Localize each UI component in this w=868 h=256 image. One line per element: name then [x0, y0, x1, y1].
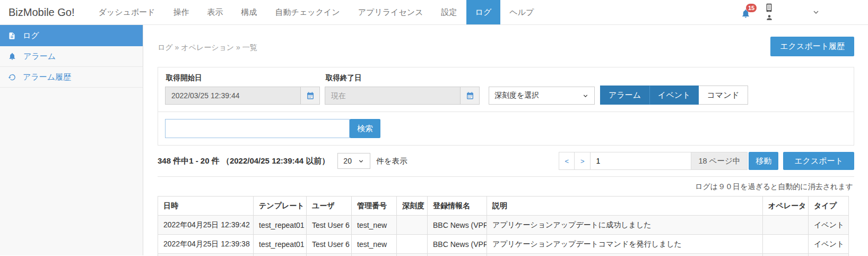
- type-button-alarm[interactable]: アラーム: [600, 86, 649, 105]
- table-cell: 2022年04月25日 12:39:38: [158, 235, 254, 254]
- column-header: 説明: [487, 197, 763, 216]
- table-cell: [763, 254, 809, 256]
- history-icon: [8, 73, 16, 81]
- end-date-label: 取得終了日: [326, 73, 479, 83]
- table-cell: 2022年04月25日 12:39:42: [158, 216, 254, 235]
- notification-badge: 15: [746, 4, 757, 12]
- sidebar-item-log[interactable]: ログ: [0, 25, 143, 46]
- table-row[interactable]: 2022年04月25日 12:39:38test_repeat01Test Us…: [158, 235, 849, 254]
- end-date-input[interactable]: [325, 87, 460, 104]
- log-type-button-group: アラームイベントコマンド: [600, 86, 748, 105]
- sidebar-item-alarm-history[interactable]: アラーム履歴: [0, 67, 143, 88]
- table-cell: イベント: [809, 216, 849, 235]
- go-button[interactable]: 移動: [749, 152, 778, 170]
- table-cell: BBC News (VPP): [428, 216, 487, 235]
- table-cell: [397, 254, 428, 256]
- app-logo[interactable]: BizMobile Go!: [0, 0, 90, 24]
- retention-note: ログは９０日を過ぎると自動的に消去されます: [158, 182, 853, 192]
- column-header: 管理番号: [352, 197, 397, 216]
- table-cell: [763, 216, 809, 235]
- export-button[interactable]: エクスポート: [783, 152, 854, 170]
- page-size-select[interactable]: 20: [337, 153, 370, 169]
- table-cell: Test User 6: [307, 235, 352, 254]
- results-toolbar: 348 件中1 - 20 件 （2022/04/25 12:39:44 以前） …: [158, 146, 854, 177]
- search-input[interactable]: [165, 119, 350, 138]
- sidebar-item-label: アラーム履歴: [23, 72, 71, 82]
- navbar-right: 15: [741, 0, 868, 24]
- calendar-icon[interactable]: [460, 87, 479, 104]
- start-date-label: 取得開始日: [166, 73, 319, 83]
- nav-item-dashboard[interactable]: ダッシュボード: [90, 0, 164, 24]
- notifications-button[interactable]: 15: [741, 8, 751, 19]
- log-file-icon: [8, 32, 16, 40]
- type-button-command[interactable]: コマンド: [699, 86, 748, 105]
- table-cell: BBC News (VPP): [428, 235, 487, 254]
- table-cell: [254, 254, 307, 256]
- chevron-down-icon: [582, 92, 589, 99]
- table-row[interactable]: [158, 254, 849, 256]
- device-user-button[interactable]: [765, 3, 774, 21]
- table-cell: [397, 235, 428, 254]
- chevron-down-icon[interactable]: [812, 8, 820, 16]
- bell-icon: [8, 52, 16, 61]
- type-button-event[interactable]: イベント: [649, 86, 699, 105]
- calendar-icon[interactable]: [300, 87, 319, 104]
- nav-item-log[interactable]: ログ: [466, 0, 501, 24]
- sidebar-item-label: アラーム: [23, 52, 56, 62]
- sidebar-item-label: ログ: [23, 31, 39, 41]
- main-nav: ダッシュボード操作表示構成自動チェックインアプリライセンス設定ログヘルプ: [90, 0, 543, 24]
- nav-item-settings[interactable]: 設定: [432, 0, 466, 24]
- chevron-down-icon: [358, 158, 364, 165]
- export-history-button[interactable]: エクスポート履歴: [770, 37, 854, 56]
- table-cell: [158, 254, 254, 256]
- nav-item-app-license[interactable]: アプリライセンス: [349, 0, 432, 24]
- page-size-suffix: 件を表示: [376, 156, 407, 166]
- table-cell: test_repeat01: [254, 216, 307, 235]
- next-page-button[interactable]: >: [575, 152, 591, 170]
- table-cell: [397, 216, 428, 235]
- table-row[interactable]: 2022年04月25日 12:39:42test_repeat01Test Us…: [158, 216, 849, 235]
- column-header: 日時: [158, 197, 254, 216]
- table-cell: イベント: [809, 235, 849, 254]
- severity-select[interactable]: 深刻度を選択: [489, 87, 595, 105]
- log-table: 日時テンプレートユーザ管理番号深刻度登録情報名説明オペレータタイプ2022年04…: [158, 196, 849, 256]
- nav-item-configuration[interactable]: 構成: [232, 0, 266, 24]
- page-total-label: 18 ページ中: [691, 152, 748, 170]
- pagination: < > 18 ページ中 移動 エクスポート: [559, 152, 854, 170]
- breadcrumb[interactable]: ログ » オペレーション » 一覧: [158, 43, 257, 53]
- column-header: オペレータ: [763, 197, 809, 216]
- table-cell: アプリケーションアップデートに成功しました: [487, 216, 763, 235]
- filter-panel: 取得開始日 取得終了日: [158, 67, 854, 146]
- table-cell: [763, 235, 809, 254]
- table-cell: [352, 254, 397, 256]
- sidebar-item-alarm[interactable]: アラーム: [0, 46, 143, 67]
- table-cell: アプリケーションアップデートコマンドを発行しました: [487, 235, 763, 254]
- main-content: ログ » オペレーション » 一覧 エクスポート履歴 取得開始日 取得終了日: [143, 25, 868, 255]
- table-cell: [428, 254, 487, 256]
- top-navbar: BizMobile Go! ダッシュボード操作表示構成自動チェックインアプリライ…: [0, 0, 868, 25]
- nav-item-auto-checkin[interactable]: 自動チェックイン: [266, 0, 349, 24]
- column-header: 深刻度: [397, 197, 428, 216]
- nav-item-operations[interactable]: 操作: [164, 0, 198, 24]
- table-cell: test_new: [352, 235, 397, 254]
- nav-item-help[interactable]: ヘルプ: [500, 0, 543, 24]
- column-header: 登録情報名: [428, 197, 487, 216]
- prev-page-button[interactable]: <: [559, 152, 575, 170]
- search-button[interactable]: 検索: [350, 119, 380, 138]
- table-cell: Test User 6: [307, 216, 352, 235]
- table-cell: [307, 254, 352, 256]
- table-cell: [487, 254, 763, 256]
- column-header: タイプ: [809, 197, 849, 216]
- column-header: テンプレート: [254, 197, 307, 216]
- start-date-input[interactable]: [166, 87, 300, 104]
- column-header: ユーザ: [307, 197, 352, 216]
- page-number-input[interactable]: [591, 152, 691, 170]
- table-cell: test_new: [352, 216, 397, 235]
- sidebar: ログアラームアラーム履歴: [0, 25, 143, 255]
- tablet-icon: [765, 3, 774, 12]
- table-header-row: 日時テンプレートユーザ管理番号深刻度登録情報名説明オペレータタイプ: [158, 197, 849, 216]
- table-cell: [809, 254, 849, 256]
- nav-item-view[interactable]: 表示: [198, 0, 232, 24]
- table-cell: test_repeat01: [254, 235, 307, 254]
- person-icon: [766, 14, 773, 21]
